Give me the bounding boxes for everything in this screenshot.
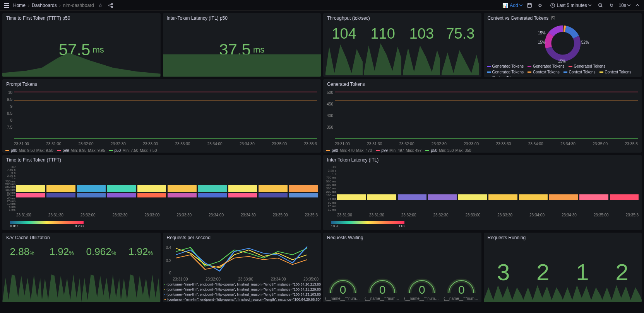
- panel-title: Time to First Token (TTFT): [2, 155, 321, 164]
- legend-item[interactable]: p99 Min: 9.95 Max: 9.95: [57, 148, 105, 153]
- panel-kv-cache[interactable]: K/V Cache Utilization 2.88%1.92%0.962%1.…: [2, 233, 161, 302]
- menu-icon[interactable]: [3, 2, 10, 9]
- panel-ttft-p50[interactable]: Time to First Token (TTFT) p50 57.5ms: [2, 13, 161, 77]
- stat-value: 104: [332, 26, 356, 42]
- kv-stat: 1.92%: [121, 242, 160, 302]
- gauge: 0{__name__="num_r...: [442, 277, 481, 301]
- legend-item[interactable]: p90 Min: 9.50 Max: 9.50: [5, 148, 53, 153]
- gauge: 0{__name__="num_r...: [402, 277, 442, 301]
- panel-title: Inter-Token Latency (ITL) p50: [163, 13, 321, 22]
- stat-running: 2: [602, 242, 642, 302]
- save-icon[interactable]: [526, 2, 533, 9]
- gear-icon[interactable]: ⚙: [537, 2, 544, 9]
- refresh-interval[interactable]: 10s: [619, 3, 630, 8]
- panel-title: K/V Cache Utilization: [2, 233, 161, 242]
- breadcrumb: Home › Dashboards › nim-dashboard: [13, 3, 94, 8]
- stat-value: 110: [370, 26, 395, 42]
- svg-line-10: [601, 6, 602, 7]
- add-button[interactable]: 📊 Add: [502, 3, 522, 8]
- legend-item[interactable]: {container="nim-llm", endpoint="http-ope…: [164, 282, 321, 287]
- panel-rps[interactable]: Requests per second 0.4 0.2 0 23:31:0023…: [163, 233, 321, 302]
- time-range-picker[interactable]: Last 5 minutes: [548, 2, 593, 9]
- panel-itl-p50[interactable]: Inter-Token Latency (ITL) p50 37.5ms: [163, 13, 321, 77]
- svg-point-0: [111, 3, 113, 4]
- svg-point-2: [111, 6, 113, 7]
- panel-throughput[interactable]: Throughput (tok/sec) 104 110 103 75.3: [323, 13, 481, 77]
- legend-item[interactable]: Generated Tokens: [528, 64, 565, 68]
- panel-title: Requests Running: [484, 233, 642, 242]
- legend-item[interactable]: Generated Tokens: [569, 64, 606, 68]
- stat-running: 1: [563, 242, 602, 302]
- svg-line-3: [110, 5, 111, 6]
- kv-stat: 2.88%: [2, 242, 42, 302]
- legend-item[interactable]: Context Tokens: [599, 70, 632, 74]
- share-icon[interactable]: [107, 2, 114, 9]
- breadcrumb-dashboards[interactable]: Dashboards: [32, 3, 57, 8]
- zoom-out-icon[interactable]: [597, 2, 604, 9]
- stat-running: 3: [484, 242, 523, 302]
- legend-item[interactable]: Context Tokens: [564, 70, 596, 74]
- header-bar: Home › Dashboards › nim-dashboard ☆ 📊 Ad…: [0, 0, 644, 11]
- panel-requests-waiting[interactable]: Requests Waiting 0{__name__="num_r...0{_…: [323, 233, 481, 302]
- legend-item[interactable]: {container="nim-llm", endpoint="http-ope…: [164, 292, 321, 297]
- expand-icon[interactable]: [634, 2, 641, 9]
- stat-value: 75.3: [446, 26, 474, 42]
- panel-requests-running[interactable]: Requests Running 3212: [484, 233, 642, 302]
- stat-running: 2: [523, 242, 563, 302]
- legend-item[interactable]: p99 Min: 497 Max: 497: [376, 148, 421, 153]
- panel-itl-heatmap[interactable]: Inter Token Latency (ITL) +Inf2.50 s1 s7…: [323, 155, 642, 230]
- kv-stat: 0.962%: [81, 242, 121, 302]
- panel-title: Time to First Token (TTFT) p50: [2, 13, 161, 22]
- legend-item[interactable]: Context Tokens: [528, 70, 560, 74]
- gauge: 0{__name__="num_r...: [363, 277, 402, 301]
- legend-item[interactable]: p50 Min: 7.50 Max: 7.50: [109, 148, 157, 153]
- panel-context-vs-generated[interactable]: Context vs Generated Tokens 15% 15% 52% …: [484, 13, 642, 77]
- legend-item[interactable]: Generated Tokens: [487, 64, 524, 68]
- breadcrumb-home[interactable]: Home: [13, 3, 26, 8]
- legend-item[interactable]: p50 Min: 350 Max: 350: [425, 148, 471, 153]
- panel-title: Inter Token Latency (ITL): [323, 155, 642, 164]
- gauge: 0{__name__="num_r...: [323, 277, 363, 301]
- svg-rect-5: [527, 3, 531, 7]
- panel-title: Throughput (tok/sec): [323, 13, 481, 22]
- svg-line-12: [552, 17, 554, 19]
- svg-line-4: [110, 4, 111, 5]
- legend-item[interactable]: Generated Tokens: [487, 70, 524, 74]
- panel-prompt-tokens[interactable]: Prompt Tokens 10 9.5 9 8.5 8 7.5 23:31:0…: [2, 79, 321, 153]
- legend-item[interactable]: {container="nim-llm", endpoint="http-ope…: [164, 287, 321, 292]
- panel-title: Context vs Generated Tokens: [484, 13, 642, 22]
- panel-title: Requests Waiting: [323, 233, 481, 242]
- info-icon: [551, 16, 555, 20]
- star-icon[interactable]: ☆: [97, 2, 104, 9]
- legend-item[interactable]: {container="nim-llm", endpoint="http-ope…: [164, 297, 321, 302]
- panel-title: Prompt Tokens: [2, 79, 321, 88]
- panel-generated-tokens[interactable]: Generated Tokens 500 450 400 350 23:31:0…: [323, 79, 642, 153]
- svg-point-1: [109, 5, 110, 6]
- refresh-icon[interactable]: ↻: [608, 2, 615, 9]
- stat-value: 103: [409, 26, 434, 42]
- panel-ttft-heatmap[interactable]: Time to First Token (TTFT) +Inf7.50 s5 s…: [2, 155, 321, 230]
- panel-title: Requests per second: [163, 233, 321, 242]
- kv-stat: 1.92%: [42, 242, 81, 302]
- legend-item[interactable]: Context Tokens: [487, 76, 519, 77]
- breadcrumb-current: nim-dashboard: [63, 3, 94, 8]
- panel-title: Generated Tokens: [323, 79, 642, 88]
- legend-item[interactable]: p90 Min: 470 Max: 470: [326, 148, 372, 153]
- svg-rect-6: [528, 3, 531, 5]
